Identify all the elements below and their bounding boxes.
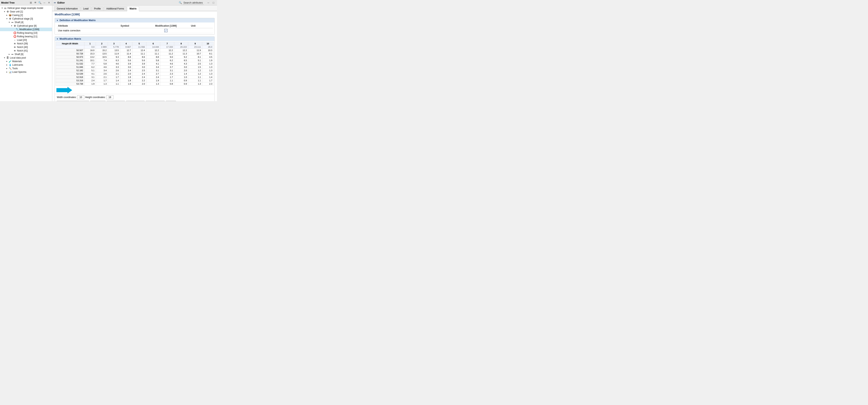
matrix-cell-6[interactable]: 1.7: [160, 75, 174, 79]
matrix-cell-9[interactable]: 1.3: [202, 62, 214, 65]
tree-icon-close[interactable]: ✕: [47, 1, 51, 5]
matrix-cell-5[interactable]: 3.1: [146, 69, 160, 72]
matrix-cell-3[interactable]: 3.0: [120, 65, 132, 69]
matrix-cell-5[interactable]: 2.7: [146, 72, 160, 75]
matrix-cell-4[interactable]: 2.4: [132, 72, 146, 75]
tree-item-notch39[interactable]: ≋ Notch [39]: [0, 42, 52, 45]
matrix-cell-3[interactable]: 5.6: [120, 59, 132, 62]
matrix-cell-1[interactable]: 1.7: [96, 79, 108, 82]
height-coord-input[interactable]: [106, 95, 114, 99]
tree-item-notch40[interactable]: ≋ Notch [40]: [0, 45, 52, 49]
tree-toggle-tools[interactable]: ►: [5, 67, 8, 69]
matrix-cell-6[interactable]: 0.8: [160, 82, 174, 86]
matrix-cell-4[interactable]: 11.1: [132, 52, 146, 56]
matrix-cell-4[interactable]: 12.4: [132, 49, 146, 52]
matrix-cell-7[interactable]: 0.9: [174, 82, 188, 86]
tree-toggle-lubricants[interactable]: ►: [5, 64, 8, 66]
matrix-cell-1[interactable]: 5.8: [96, 62, 108, 65]
matrix-cell-9[interactable]: 1.9: [202, 59, 214, 62]
matrix-cell-4[interactable]: 3.0: [132, 65, 146, 69]
matrix-cell-5[interactable]: 2.4: [146, 75, 160, 79]
matrix-cell-7[interactable]: 0.9: [174, 79, 188, 82]
matrix-cell-6[interactable]: 12.2: [160, 49, 174, 52]
matrix-cell-7[interactable]: 9.2: [174, 56, 188, 59]
matrix-cell-6[interactable]: 2.3: [160, 72, 174, 75]
matrix-cell-8[interactable]: 1.3: [188, 82, 202, 86]
matrix-cell-0[interactable]: 5.1: [85, 69, 96, 72]
tab-general-information[interactable]: General Information: [54, 6, 80, 11]
checkbox-container[interactable]: ✓: [144, 29, 188, 32]
matrix-cell-6[interactable]: 1.1: [160, 79, 174, 82]
matrix-cell-7[interactable]: 3.0: [174, 65, 188, 69]
matrix-cell-9[interactable]: 1.7: [202, 79, 214, 82]
editor-minimize-icon[interactable]: ─: [206, 1, 210, 5]
tree-item-tools[interactable]: ► 🔨 Tools: [0, 67, 52, 70]
matrix-cell-2[interactable]: 1.4: [108, 79, 120, 82]
matrix-cell-4[interactable]: 2.0: [132, 82, 146, 86]
matrix-cell-2[interactable]: 9.3: [108, 56, 120, 59]
delete-matrix-button[interactable]: Delete matrix: [146, 101, 165, 101]
tree-icon-eye[interactable]: 👁: [33, 1, 37, 5]
matrix-cell-5[interactable]: 8.8: [146, 56, 160, 59]
tree-item-casing[interactable]: ► 📦 Casing [2]: [0, 13, 52, 17]
tree-item-loadspectra[interactable]: ► 📊 Load Spectra: [0, 70, 52, 74]
width-coord-input[interactable]: [77, 95, 84, 99]
matrix-cell-9[interactable]: 10.3: [202, 49, 214, 52]
matrix-cell-8[interactable]: 11.9: [188, 49, 202, 52]
tree-item-gearunit[interactable]: ▼ ⚙ Gear unit [1]: [0, 10, 52, 13]
tree-item-shaft4[interactable]: ▼ ━ Shaft [4]: [0, 21, 52, 24]
matrix-cell-0[interactable]: 2.4: [85, 79, 96, 82]
invert-matrix-button[interactable]: Invert matrix: [107, 101, 125, 101]
matrix-cell-3[interactable]: 11.4: [120, 52, 132, 56]
tree-item-notch41[interactable]: ≋ Notch [41]: [0, 49, 52, 53]
tree-item-lubricants[interactable]: ► 💧 Lubricants: [0, 63, 52, 67]
matrix-cell-3[interactable]: 8.8: [120, 56, 132, 59]
search-label[interactable]: Search attributes: [183, 1, 204, 4]
matrix-cell-8[interactable]: 1.1: [188, 75, 202, 79]
matrix-cell-1[interactable]: 13.5: [96, 52, 108, 56]
matrix-cell-2[interactable]: 4.6: [108, 62, 120, 65]
tree-icon-grid[interactable]: ⊞: [29, 1, 33, 5]
matrix-section-header[interactable]: ▼ Modification Matrix: [55, 37, 214, 41]
matrix-cell-4[interactable]: 8.6: [132, 56, 146, 59]
matrix-cell-3[interactable]: 2.0: [120, 72, 132, 75]
matrix-cell-7[interactable]: 12.2: [174, 49, 188, 52]
matrix-cell-0[interactable]: 15.3: [85, 52, 96, 56]
matrix-cell-7[interactable]: 1.0: [174, 75, 188, 79]
matrix-cell-1[interactable]: 3.4: [96, 69, 108, 72]
tree-item-mod1399[interactable]: 🔧 Modification [1399]: [0, 28, 52, 31]
matrix-cell-9[interactable]: 1.3: [202, 72, 214, 75]
tree-toggle-shaft4[interactable]: ▼: [8, 21, 11, 23]
matrix-cell-7[interactable]: 11.3: [174, 52, 188, 56]
matrix-cell-8[interactable]: 8.1: [188, 56, 202, 59]
matrix-cell-7[interactable]: 4.3: [174, 62, 188, 65]
matrix-cell-6[interactable]: 9.0: [160, 56, 174, 59]
matrix-cell-9[interactable]: 4.5: [202, 56, 214, 59]
matrix-cell-5[interactable]: 1.3: [146, 82, 160, 86]
matrix-cell-8[interactable]: 10.7: [188, 52, 202, 56]
matrix-cell-0[interactable]: 10.1: [85, 59, 96, 62]
tree-item-load20[interactable]: ↓ Load [20]: [0, 38, 52, 42]
matrix-cell-0[interactable]: 1.9: [85, 82, 96, 86]
matrix-cell-7[interactable]: 2.0: [174, 69, 188, 72]
matrix-cell-7[interactable]: 1.4: [174, 72, 188, 75]
matrix-cell-6[interactable]: 3.7: [160, 65, 174, 69]
matrix-cell-5[interactable]: 4.1: [146, 62, 160, 65]
tree-item-root[interactable]: ▼ 🗂 Helical gear stage example model: [0, 6, 52, 10]
tree-item-cylgear8[interactable]: ▼ ⚙ Cylindrical gear [8]: [0, 24, 52, 28]
matrix-cell-9[interactable]: 2.3: [202, 82, 214, 86]
matrix-cell-2[interactable]: 11.9: [108, 52, 120, 56]
matrix-cell-6[interactable]: 4.6: [160, 62, 174, 65]
tree-item-materials[interactable]: ► 🧪 Materials: [0, 60, 52, 63]
matrix-cell-8[interactable]: 1.2: [188, 69, 202, 72]
matrix-cell-1[interactable]: 4.6: [96, 65, 108, 69]
matrix-cell-4[interactable]: 3.9: [132, 62, 146, 65]
matrix-cell-5[interactable]: 1.9: [146, 79, 160, 82]
checkbox-checked[interactable]: ✓: [164, 29, 167, 32]
matrix-cell-5[interactable]: 3.4: [146, 65, 160, 69]
matrix-cell-2[interactable]: 13.5: [108, 49, 120, 52]
matrix-cell-9[interactable]: 1.3: [202, 65, 214, 69]
matrix-cell-6[interactable]: 6.2: [160, 59, 174, 62]
matrix-cell-8[interactable]: 1.2: [188, 72, 202, 75]
matrix-cell-4[interactable]: 2.2: [132, 79, 146, 82]
